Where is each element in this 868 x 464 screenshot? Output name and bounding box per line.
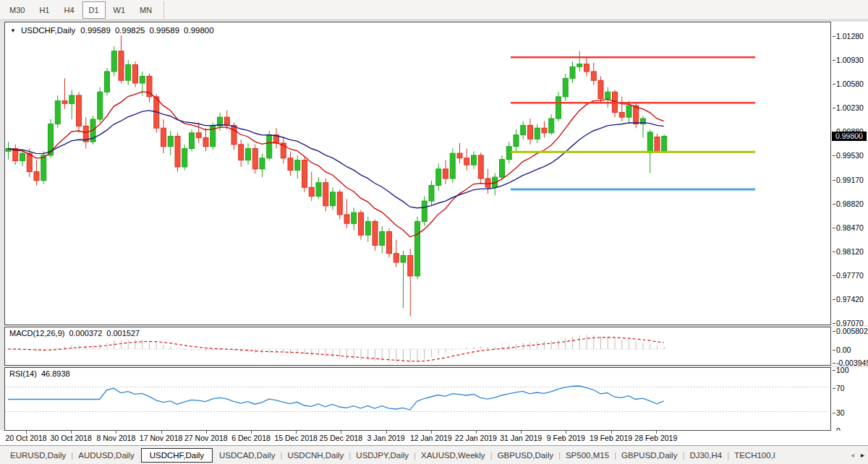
timeframe-button-w1[interactable]: W1	[107, 1, 132, 19]
main-chart-panel: ▼ USDCHF,Daily 0.99589 0.99825 0.99589 0…	[4, 22, 831, 325]
date-label: 15 Dec 2018	[274, 434, 318, 442]
date-label: 30 Oct 2018	[51, 434, 92, 442]
rsi-axis-label: 30	[836, 408, 845, 417]
tab-audusd-daily[interactable]: AUDUSD,Daily	[74, 449, 138, 462]
timeframe-button-h1[interactable]: H1	[33, 1, 56, 19]
macd-label: MACD(12,26,9) 0.000372 0.001527	[9, 329, 140, 338]
rsi-axis-label: 70	[836, 384, 845, 392]
ohlc-open: 0.99589	[80, 26, 111, 35]
date-label: 28 Feb 2019	[634, 434, 677, 442]
timeframe-button-d1[interactable]: D1	[82, 1, 106, 19]
price-axis-label: 1.00580	[836, 80, 864, 88]
tab-sp500-m15[interactable]: SP500,M15	[561, 449, 613, 462]
date-label: 9 Feb 2019	[547, 434, 585, 442]
tab-dj30-h4[interactable]: DJ30,H4	[685, 449, 726, 462]
tab-separator: |	[614, 451, 616, 460]
price-axis-label: 1.01280	[836, 32, 864, 40]
tab-separator: |	[558, 451, 561, 460]
rsi-label: RSI(14) 46.8938	[9, 369, 70, 378]
tab-usdjpy-daily[interactable]: USDJPY,Daily	[352, 449, 413, 462]
tab-separator: |	[280, 451, 282, 460]
rsi-axis[interactable]: 10070300	[831, 367, 868, 431]
date-label: 19 Feb 2019	[590, 434, 632, 442]
tab-gbpusd-daily[interactable]: GBPUSD,Daily	[617, 449, 681, 462]
date-label: 22 Jan 2019	[455, 434, 497, 442]
macd-axis-label: 0.005802	[836, 327, 868, 335]
tab-tech100-i[interactable]: TECH100,I	[730, 449, 780, 462]
price-axis-label: 0.98120	[836, 247, 864, 256]
rsi-panel: RSI(14) 46.8938	[4, 367, 831, 431]
ohlc-high: 0.99825	[115, 26, 145, 35]
price-axis-label: 0.99880	[836, 127, 864, 136]
date-label: 3 Jan 2019	[367, 434, 405, 442]
date-label: 8 Nov 2018	[97, 434, 136, 442]
tab-eurusd-daily[interactable]: EURUSD,Daily	[6, 449, 70, 462]
tab-scroll-right-icon[interactable]: ▸	[861, 451, 864, 459]
chart-symbol-label: USDCHF,Daily	[21, 26, 75, 35]
price-axis-label: 0.98470	[836, 223, 864, 232]
toolbar-separator	[163, 1, 164, 19]
macd-axis[interactable]: 0.0058020.00-0.003945	[831, 327, 868, 366]
tab-separator: |	[349, 451, 351, 460]
timeframe-button-mn[interactable]: MN	[133, 1, 158, 19]
chart-dropdown-icon[interactable]: ▼	[10, 27, 16, 34]
timeframe-toolbar: M30H1H4D1W1MN	[0, 0, 868, 20]
date-label: 25 Dec 2018	[320, 434, 363, 442]
tab-usdcnh-daily[interactable]: USDCNH,Daily	[283, 449, 348, 462]
tab-separator: |	[727, 451, 729, 460]
price-axis-label: 0.99530	[836, 151, 864, 160]
date-label: 12 Jan 2019	[410, 434, 452, 442]
date-label: 6 Dec 2018	[231, 434, 271, 442]
macd-panel: MACD(12,26,9) 0.000372 0.001527	[4, 327, 831, 366]
rsi-axis-label: 100	[836, 366, 849, 374]
chart-tab-bar: EURUSD,Daily|AUDUSD,DailyUSDCHF,DailyUSD…	[0, 445, 868, 464]
tab-usdchf-daily[interactable]: USDCHF,Daily	[141, 448, 213, 463]
tab-separator: |	[414, 451, 416, 460]
rsi-value: 46.8938	[41, 369, 70, 378]
price-axis-label: 0.98820	[836, 199, 864, 208]
chart-title: ▼ USDCHF,Daily 0.99589 0.99825 0.99589 0…	[10, 26, 214, 35]
rsi-canvas[interactable]	[5, 368, 830, 430]
ohlc-close: 0.99800	[184, 26, 214, 35]
date-axis[interactable]: 20 Oct 201830 Oct 20188 Nov 201817 Nov 2…	[0, 431, 868, 445]
date-label: 27 Nov 2018	[184, 434, 228, 442]
price-axis-label: 0.97420	[836, 295, 864, 304]
tab-usdcad-daily[interactable]: USDCAD,Daily	[215, 449, 279, 462]
macd-signal-value: 0.001527	[106, 329, 140, 338]
chart-tabs: EURUSD,Daily|AUDUSD,DailyUSDCHF,DailyUSD…	[6, 448, 780, 463]
timeframe-button-h4[interactable]: H4	[57, 1, 80, 19]
macd-main-value: 0.000372	[69, 329, 102, 338]
date-label: 17 Nov 2018	[140, 434, 183, 442]
date-label: 20 Oct 2018	[5, 434, 46, 442]
price-axis-label: 0.99170	[836, 176, 864, 184]
timeframe-button-m30[interactable]: M30	[3, 1, 31, 19]
macd-axis-label: 0.00	[836, 345, 851, 354]
price-axis[interactable]: 0.99800 1.012801.009301.005801.002300.99…	[831, 22, 868, 325]
tab-scroll-left-icon[interactable]: ◂	[851, 451, 854, 459]
price-axis-label: 1.00230	[836, 103, 864, 112]
date-label: 31 Jan 2019	[500, 434, 542, 442]
tab-xauusd-weekly[interactable]: XAUUSD,Weekly	[417, 449, 490, 462]
tab-separator: |	[682, 451, 684, 460]
tab-separator: |	[71, 451, 73, 460]
tab-separator: |	[490, 451, 493, 460]
tab-scroll-arrows: ◂ ▸	[851, 451, 864, 459]
tab-gbpusd-daily[interactable]: GBPUSD,Daily	[493, 449, 558, 462]
mt4-window: { "toolbar": { "timeframes": [ {"label":…	[0, 0, 868, 464]
main-chart-canvas[interactable]	[5, 22, 830, 325]
price-axis-label: 0.97770	[836, 271, 864, 280]
ohlc-low: 0.99589	[149, 26, 179, 35]
price-axis-label: 1.00930	[836, 56, 864, 64]
